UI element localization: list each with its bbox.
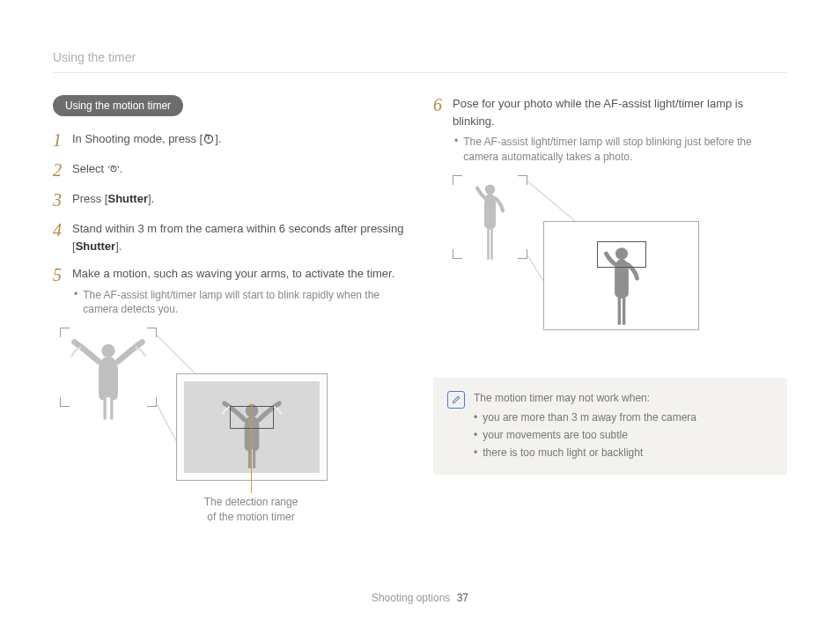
left-column: Using the motion timer 1 In Shooting mod… (53, 95, 407, 530)
step-number: 2 (53, 160, 72, 180)
note-item: your movements are too subtle (474, 427, 696, 443)
step-number: 5 (53, 265, 72, 284)
page-footer: Shooting options 37 (0, 590, 840, 606)
motion-timer-icon (107, 162, 120, 174)
person-waving-icon (60, 328, 157, 424)
step-number: 6 (433, 95, 453, 114)
note-box: The motion timer may not work when: you … (433, 378, 787, 475)
person-posing-icon (461, 172, 519, 273)
note-item: you are more than 3 m away from the came… (474, 409, 696, 425)
section-pill: Using the motion timer (53, 95, 183, 116)
note-lead: The motion timer may not work when: (474, 390, 696, 406)
step-number: 4 (53, 220, 72, 240)
timer-icon (203, 132, 215, 144)
illustration-motion-range: The detection range of the motion timer (53, 328, 407, 530)
step-3-text: Press [Shutter]. (72, 190, 407, 208)
step-number: 3 (53, 190, 72, 210)
step-1-text: In Shooting mode, press []. (72, 130, 407, 148)
step-6-bullet: The AF-assist light/timer lamp will stop… (454, 135, 787, 165)
illustration-caption: The detection range of the motion timer (194, 495, 308, 525)
note-icon (447, 391, 465, 409)
page-header: Using the timer (53, 48, 787, 73)
svg-point-2 (101, 344, 114, 358)
right-column: 6 Pose for your photo while the AF-assis… (433, 95, 787, 530)
step-6-text: Pose for your photo while the AF-assist … (453, 95, 787, 165)
step-number: 1 (53, 130, 72, 150)
step-5-text: Make a motion, such as waving your arms,… (72, 265, 407, 317)
note-item: there is too much light or backlight (474, 445, 696, 461)
illustration-pose (433, 175, 787, 343)
svg-point-4 (485, 184, 495, 194)
step-4-text: Stand within 3 m from the camera within … (72, 220, 407, 254)
step-2-text: Select . (72, 160, 407, 178)
step-5-bullet: The AF-assist light/timer lamp will star… (74, 288, 407, 318)
